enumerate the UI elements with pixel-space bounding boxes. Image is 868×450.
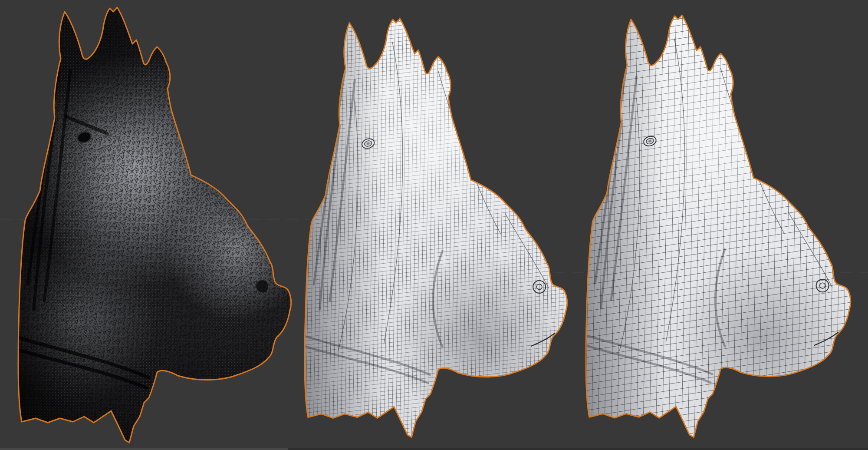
seam-line-left: [0, 448, 288, 450]
viewport-canvas: [0, 0, 868, 450]
seam-line-right: [288, 448, 868, 450]
